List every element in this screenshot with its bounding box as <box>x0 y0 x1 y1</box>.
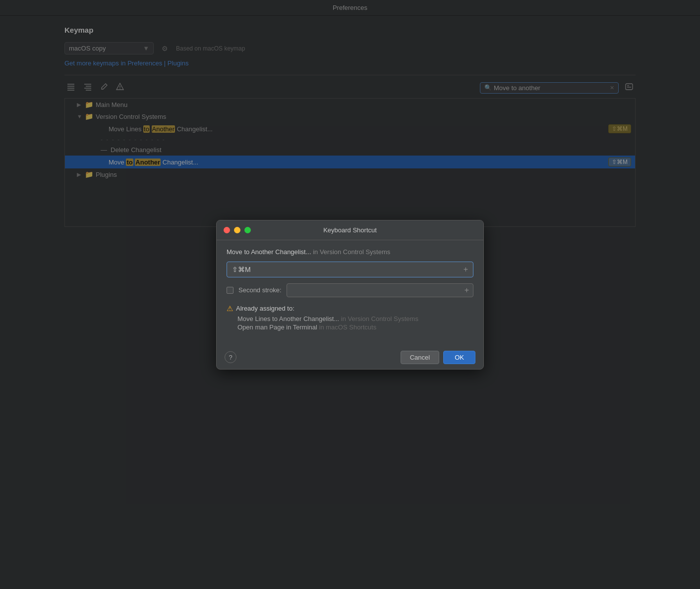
action-name: Move to Another Changelist... <box>227 248 311 256</box>
warning-title-text: Already assigned to: <box>236 305 294 312</box>
modal-action-label: Move to Another Changelist... in Version… <box>227 248 473 256</box>
modal-footer: ? Cancel OK <box>217 346 483 369</box>
conflict-name-2: Open man Page in Terminal <box>237 323 317 331</box>
conflict-context-2-text: in macOS Shortcuts <box>319 323 377 331</box>
conflict-item-2: Open man Page in Terminal in macOS Short… <box>227 323 473 331</box>
warning-title: ⚠ Already assigned to: <box>227 304 473 313</box>
modal-titlebar: Keyboard Shortcut <box>217 220 483 240</box>
warning-triangle-icon: ⚠ <box>227 304 233 313</box>
second-stroke-checkbox[interactable] <box>227 287 233 294</box>
cancel-button[interactable]: Cancel <box>401 351 439 364</box>
modal-dots <box>224 227 251 233</box>
modal-overlay: Keyboard Shortcut Move to Another Change… <box>0 0 700 589</box>
close-dot[interactable] <box>224 227 230 233</box>
keyboard-shortcut-modal: Keyboard Shortcut Move to Another Change… <box>216 220 484 370</box>
second-stroke-row: Second stroke: + <box>227 283 473 297</box>
conflict-context-1-text: in Version Control Systems <box>341 315 418 322</box>
second-stroke-add-icon[interactable]: + <box>465 286 469 295</box>
modal-title: Keyboard Shortcut <box>225 226 475 234</box>
second-stroke-input[interactable]: + <box>287 283 473 297</box>
action-context-text: in Version Control Systems <box>313 248 390 256</box>
ok-button[interactable]: OK <box>443 351 475 364</box>
maximize-dot[interactable] <box>244 227 251 233</box>
second-stroke-label: Second stroke: <box>238 286 282 294</box>
modal-body: Move to Another Changelist... in Version… <box>217 240 483 346</box>
shortcut-input-text: ⇧⌘M <box>232 266 464 273</box>
warning-section: ⚠ Already assigned to: Move Lines to Ano… <box>227 304 473 331</box>
shortcut-add-icon[interactable]: + <box>464 265 468 274</box>
help-button[interactable]: ? <box>225 351 236 363</box>
shortcut-input-row[interactable]: ⇧⌘M + <box>227 262 473 277</box>
conflict-item-1: Move Lines to Another Changelist... in V… <box>227 315 473 322</box>
conflict-name-1: Move Lines to Another Changelist... <box>237 315 339 322</box>
help-icon: ? <box>229 354 232 361</box>
minimize-dot[interactable] <box>234 227 240 233</box>
